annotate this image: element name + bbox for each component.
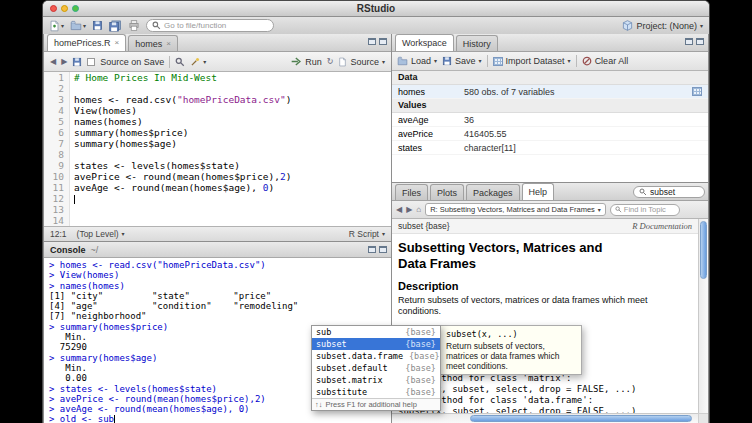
- code-line[interactable]: 6summary(homes$price): [44, 127, 391, 138]
- tab-packages[interactable]: Packages: [466, 184, 520, 200]
- scope-selector[interactable]: (Top Level) ▾: [77, 229, 125, 239]
- help-tabs: FilesPlotsPackagesHelp: [395, 183, 554, 200]
- project-menu[interactable]: Project: (None) ▾: [622, 20, 703, 31]
- variable-value: 36: [464, 115, 702, 125]
- autocomplete-item-subset.data.frame[interactable]: subset.data.frame{base}: [312, 350, 440, 362]
- save-icon: [92, 20, 103, 31]
- print-button[interactable]: [128, 20, 140, 31]
- tab-files[interactable]: Files: [395, 184, 428, 200]
- tab-help[interactable]: Help: [522, 183, 555, 200]
- tooltip-description: Return subsets of vectors, matrices or d…: [446, 341, 576, 371]
- tab-homeprices-r[interactable]: homePrices.R×: [47, 34, 126, 51]
- completion-name: subset.data.frame: [316, 350, 403, 362]
- console-line: > View(homes): [49, 270, 391, 280]
- find-in-topic-input[interactable]: Find in Topic: [610, 204, 680, 216]
- code-line[interactable]: 5names(homes): [44, 116, 391, 127]
- code-line[interactable]: 2: [44, 83, 391, 94]
- code-line[interactable]: 3homes <- read.csv("homePriceData.csv"): [44, 94, 391, 105]
- autocomplete-popup[interactable]: sub{base}subset{base}subset.data.frame{b…: [311, 325, 441, 411]
- code-line[interactable]: 4View(homes): [44, 105, 391, 116]
- back-icon[interactable]: ◀: [50, 57, 56, 66]
- maximize-pane-icon[interactable]: [379, 246, 387, 253]
- source-on-save-checkbox[interactable]: [87, 58, 95, 66]
- scrollbar-corner: [698, 413, 708, 423]
- workspace-item-states[interactable]: statescharacter[11]: [392, 141, 708, 155]
- close-tab-icon[interactable]: ×: [115, 39, 120, 47]
- code-line[interactable]: 11aveAge <- round(mean(homes$age), 0): [44, 182, 391, 193]
- forward-icon[interactable]: ▶: [61, 57, 67, 66]
- save-button[interactable]: [92, 20, 103, 31]
- maximize-pane-icon[interactable]: [379, 38, 387, 45]
- source-pane: homePrices.R×homes× ◀ ▶ Source on Save: [44, 34, 391, 241]
- minimize-pane-icon[interactable]: [368, 38, 376, 45]
- code-line[interactable]: 9states <- levels(homes$state): [44, 160, 391, 171]
- rerun-icon[interactable]: ↻: [327, 57, 334, 66]
- editor-code[interactable]: 1# Home Prices In Mid-West23homes <- rea…: [44, 72, 391, 226]
- code-line[interactable]: 10avePrice <- round(mean(homes$price),2): [44, 171, 391, 182]
- titlebar[interactable]: RStudio: [43, 1, 709, 17]
- maximize-pane-icon[interactable]: [696, 38, 704, 45]
- scrollbar-thumb[interactable]: [470, 415, 692, 422]
- cursor-position: 12:1: [50, 229, 67, 239]
- code-line[interactable]: 1# Home Prices In Mid-West: [44, 72, 391, 83]
- workspace-item-avePrice[interactable]: avePrice416405.55: [392, 127, 708, 141]
- open-file-button[interactable]: ▾: [70, 20, 86, 31]
- source-button[interactable]: Source ▾: [338, 57, 385, 67]
- autocomplete-item-sub[interactable]: sub{base}: [312, 326, 440, 338]
- save-all-button[interactable]: [109, 20, 122, 32]
- tab-history[interactable]: History: [456, 35, 498, 51]
- help-topic-dropdown[interactable]: R: Subsetting Vectors, Matrices and Data…: [425, 203, 606, 216]
- autocomplete-item-subset[interactable]: subset{base}: [312, 338, 440, 350]
- code-line[interactable]: 12: [44, 193, 391, 204]
- save-icon[interactable]: [72, 57, 82, 67]
- autocomplete-item-substitute[interactable]: substitute{base}: [312, 386, 440, 398]
- workspace-item-aveAge[interactable]: aveAge36: [392, 113, 708, 127]
- editor-toolbar: ◀ ▶ Source on Save ▾ Run: [44, 52, 391, 72]
- zoom-window-button[interactable]: [72, 5, 79, 12]
- close-window-button[interactable]: [50, 5, 57, 12]
- code-tools-button[interactable]: ▾: [190, 57, 206, 67]
- code-line[interactable]: 13: [44, 204, 391, 215]
- tab-workspace[interactable]: Workspace: [395, 34, 454, 51]
- minimize-window-button[interactable]: [61, 5, 68, 12]
- new-file-button[interactable]: ▾: [49, 20, 64, 32]
- help-horizontal-scrollbar[interactable]: [392, 413, 698, 423]
- clear-all-button[interactable]: Clear All: [582, 56, 629, 66]
- line-number: 12: [44, 193, 70, 204]
- tab-plots[interactable]: Plots: [430, 184, 464, 200]
- letterbox-background: RStudio ▾ ▾ Go to file/function: [0, 0, 752, 423]
- help-search-input[interactable]: subset: [633, 186, 705, 198]
- find-replace-icon[interactable]: [175, 57, 185, 67]
- home-icon[interactable]: ⌂: [416, 205, 421, 214]
- goto-file-input[interactable]: Go to file/function: [146, 19, 274, 32]
- forward-icon[interactable]: ▶: [406, 205, 412, 214]
- close-tab-icon[interactable]: ×: [166, 40, 171, 48]
- help-vertical-scrollbar[interactable]: [698, 219, 708, 413]
- run-button[interactable]: Run: [291, 57, 322, 67]
- autocomplete-tooltip: subset(x, ...) Return subsets of vectors…: [440, 325, 582, 375]
- minimize-pane-icon[interactable]: [368, 246, 376, 253]
- code-line[interactable]: 14: [44, 215, 391, 226]
- tab-homes[interactable]: homes×: [128, 35, 178, 51]
- line-number: 10: [44, 171, 70, 182]
- code-line[interactable]: 8: [44, 149, 391, 160]
- pane-controls: [685, 38, 704, 45]
- import-table-icon: [493, 57, 503, 66]
- data-frame-icon[interactable]: [692, 87, 702, 96]
- workspace-item-homes[interactable]: homes580 obs. of 7 variables: [392, 85, 708, 99]
- scrollbar-thumb[interactable]: [700, 221, 707, 279]
- autocomplete-item-subset.default[interactable]: subset.default{base}: [312, 362, 440, 374]
- import-dataset-button[interactable]: Import Dataset ▾: [493, 56, 571, 66]
- rstudio-window: RStudio ▾ ▾ Go to file/function: [42, 0, 710, 423]
- minimize-pane-icon[interactable]: [685, 38, 693, 45]
- load-workspace-button[interactable]: Load ▾: [397, 56, 437, 66]
- usage-code-line: subset(x, subset, select, drop = FALSE, …: [398, 406, 692, 413]
- autocomplete-item-subset.matrix[interactable]: subset.matrix{base}: [312, 374, 440, 386]
- back-icon[interactable]: ◀: [396, 205, 402, 214]
- save-workspace-button[interactable]: Save ▾: [442, 56, 482, 66]
- editor-tabs: homePrices.R×homes×: [47, 34, 178, 51]
- file-type-selector[interactable]: R Script ▾: [349, 229, 385, 239]
- variable-value: 416405.55: [464, 129, 702, 139]
- console-line: [1] "city" "state" "price": [49, 291, 391, 301]
- code-line[interactable]: 7summary(homes$age): [44, 138, 391, 149]
